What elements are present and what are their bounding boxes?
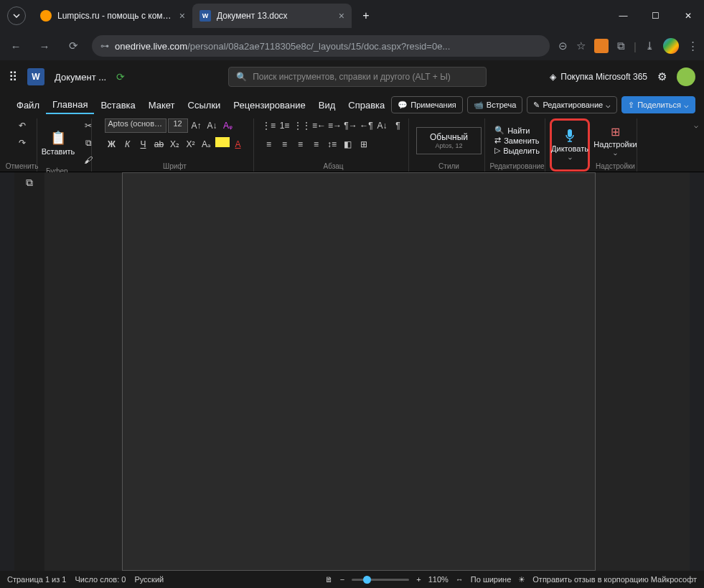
downloads-icon[interactable]: ⤓ [645, 39, 654, 52]
menu-review[interactable]: Рецензирование [227, 97, 311, 113]
site-info-icon[interactable]: ⊶ [100, 41, 109, 51]
menu-icon[interactable]: ⋮ [687, 39, 698, 52]
address-bar[interactable]: ⊶ onedrive.live.com/personal/08a2ae71183… [92, 35, 550, 57]
browser-tab-lumpics[interactable]: Lumpics.ru - помощь с компью × [33, 4, 192, 28]
comments-button[interactable]: 💬Примечания [391, 96, 463, 113]
grow-font-button[interactable]: A↑ [189, 118, 204, 133]
browser-tab-document[interactable]: W Документ 13.docx × [192, 4, 352, 28]
meeting-button[interactable]: 📹Встреча [467, 96, 523, 113]
borders-button[interactable]: ⊞ [357, 137, 371, 151]
fit-mode[interactable]: По ширине [471, 575, 512, 584]
settings-icon[interactable]: ⚙ [657, 70, 667, 83]
reading-view-icon[interactable]: 🗎 [325, 575, 333, 584]
bookmark-icon[interactable]: ☆ [576, 39, 586, 52]
justify-button[interactable]: ≡ [309, 137, 324, 151]
paste-button[interactable]: 📋 Вставить [37, 127, 80, 159]
menu-file[interactable]: Файл [10, 97, 46, 113]
reload-button[interactable]: ⟳ [63, 36, 83, 56]
app-launcher-icon[interactable]: ⠿ [9, 70, 17, 85]
chevron-down-icon: ⌵ [568, 154, 572, 161]
multilevel-list-button[interactable]: ⋮⋮ [294, 118, 311, 133]
addins-button[interactable]: ⊞ Надстройки ⌵ [589, 122, 641, 159]
menu-insert[interactable]: Вставка [94, 97, 141, 113]
font-color-button[interactable]: A [231, 137, 245, 151]
new-tab-button[interactable]: + [356, 6, 376, 26]
close-icon[interactable]: × [179, 10, 185, 22]
zoom-in-button[interactable]: + [416, 575, 421, 584]
tab-search-button[interactable] [7, 6, 26, 25]
ribbon-collapse-button[interactable]: ⌵ [694, 118, 704, 172]
clear-format-button[interactable]: Aᵩ [221, 118, 235, 133]
dictate-button[interactable]: Диктовать ⌵ [547, 126, 593, 164]
status-words[interactable]: Число слов: 0 [75, 575, 126, 584]
menu-tabs: Файл Главная Вставка Макет Ссылки Реценз… [0, 93, 704, 116]
shrink-font-button[interactable]: A↓ [205, 118, 220, 133]
line-spacing-button[interactable]: ↕≡ [325, 137, 339, 151]
feedback-icon[interactable]: ☀ [518, 575, 525, 584]
status-language[interactable]: Русский [134, 575, 164, 584]
highlight-button[interactable] [215, 137, 230, 147]
close-window-button[interactable]: ✕ [672, 4, 704, 27]
align-right-button[interactable]: ≡ [294, 137, 308, 151]
number-list-button[interactable]: 1≡ [278, 118, 292, 133]
close-icon[interactable]: × [339, 10, 344, 22]
maximize-button[interactable]: ☐ [639, 4, 672, 27]
select-button[interactable]: ▷Выделить [494, 146, 540, 155]
redo-button[interactable]: ↷ [15, 136, 29, 150]
shading-button[interactable]: ◧ [341, 137, 355, 151]
zoom-icon[interactable]: ⊝ [558, 39, 568, 52]
font-size-select[interactable]: 12 [168, 118, 188, 133]
share-button[interactable]: ⇪Поделиться⌵ [621, 96, 695, 113]
cut-button[interactable]: ✂ [81, 118, 95, 133]
zoom-slider[interactable] [352, 579, 409, 581]
menu-view[interactable]: Вид [312, 97, 342, 113]
bullet-list-button[interactable]: ⋮≡ [262, 118, 276, 133]
buy-microsoft365-button[interactable]: ◈ Покупка Microsoft 365 [550, 72, 647, 82]
replace-button[interactable]: ⇄Заменить [494, 136, 540, 145]
text-effects-button[interactable]: Aₐ [200, 137, 214, 151]
pages-panel-icon[interactable]: ⧉ [26, 177, 33, 189]
style-normal[interactable]: Обычный Aptos, 12 [416, 127, 482, 154]
show-marks-button[interactable]: ¶ [391, 118, 405, 133]
align-left-button[interactable]: ≡ [262, 137, 276, 151]
menu-help[interactable]: Справка [342, 97, 391, 113]
find-button[interactable]: 🔍Найти [494, 126, 540, 135]
search-input[interactable]: 🔍 Поиск инструментов, справки и другого … [228, 67, 487, 87]
forward-button[interactable]: → [34, 36, 55, 56]
format-painter-button[interactable]: 🖌 [81, 153, 95, 167]
editing-mode-button[interactable]: ✎Редактирование⌵ [527, 96, 617, 113]
extension-icon[interactable] [594, 39, 609, 53]
minimize-button[interactable]: — [607, 4, 639, 27]
extensions-icon[interactable]: ⧉ [617, 39, 625, 52]
ltr-button[interactable]: ¶→ [344, 118, 358, 133]
bold-button[interactable]: Ж [105, 137, 119, 151]
menu-layout[interactable]: Макет [142, 97, 182, 113]
back-button[interactable]: ← [6, 36, 26, 56]
search-placeholder: Поиск инструментов, справки и другого (A… [253, 72, 451, 82]
decrease-indent-button[interactable]: ≡← [312, 118, 327, 133]
document-page[interactable] [122, 172, 596, 571]
undo-button[interactable]: ↶ [15, 118, 29, 133]
feedback-link[interactable]: Отправить отзыв в корпорацию Майкрософт [532, 575, 697, 584]
menu-references[interactable]: Ссылки [182, 97, 227, 113]
font-family-select[interactable]: Aptos (основной т... [105, 118, 166, 133]
status-page[interactable]: Страница 1 из 1 [7, 575, 66, 584]
sort-button[interactable]: A↓ [375, 118, 390, 133]
menu-home[interactable]: Главная [46, 96, 94, 114]
subscript-button[interactable]: X₂ [168, 137, 182, 151]
italic-button[interactable]: К [121, 137, 135, 151]
superscript-button[interactable]: X² [184, 137, 198, 151]
rtl-button[interactable]: ←¶ [360, 118, 374, 133]
sync-icon[interactable]: ⟳ [116, 71, 125, 83]
user-avatar[interactable] [677, 67, 695, 86]
copy-button[interactable]: ⧉ [81, 136, 95, 150]
fit-width-icon[interactable]: ↔ [456, 575, 464, 584]
align-center-button[interactable]: ≡ [278, 137, 292, 151]
zoom-out-button[interactable]: − [340, 575, 344, 584]
strikethrough-button[interactable]: ab [152, 137, 166, 151]
increase-indent-button[interactable]: ≡→ [328, 118, 342, 133]
underline-button[interactable]: Ч [136, 137, 151, 151]
profile-avatar[interactable] [663, 38, 679, 54]
zoom-level[interactable]: 110% [428, 575, 449, 584]
document-name[interactable]: Документ ... [55, 72, 106, 83]
